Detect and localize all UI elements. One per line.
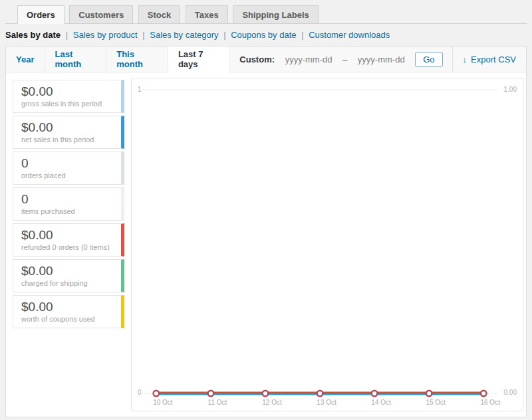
export-csv-label: Export CSV [471,54,516,64]
legend-amount: 0 [21,156,113,171]
tab-customers[interactable]: Customers [69,5,133,23]
tab-taxes[interactable]: Taxes [186,5,228,23]
sales-chart: 1 1.00 0 0.00 10 Oct 11 Oct 12 Oct 13 Oc… [131,78,523,411]
x-tick: 16 Oct [480,399,499,406]
x-tick: 15 Oct [426,399,445,406]
date-to-input[interactable] [352,54,410,64]
subnav-sales-by-category[interactable]: Sales by category [150,30,218,40]
subnav-separator: | [66,30,68,40]
subnav-sales-by-product[interactable]: Sales by product [73,30,138,40]
subnav-separator: | [223,30,225,40]
tab-orders[interactable]: Orders [17,5,65,24]
data-point [263,391,269,397]
data-point [426,391,432,397]
report-subnav: Sales by date | Sales by product | Sales… [5,30,527,40]
report-content: $0.00 gross sales in this period $0.00 n… [6,72,526,417]
custom-range-label: Custom: [239,54,275,64]
legend-amount: $0.00 [21,299,113,314]
data-point [481,391,487,397]
legend-amount: $0.00 [21,120,113,135]
legend-item-coupons[interactable]: $0.00 worth of coupons used [13,295,124,328]
tab-shipping-labels[interactable]: Shipping Labels [233,5,318,23]
legend-item-items-purchased[interactable]: 0 items purchased [13,187,124,221]
date-range-bar: Year Last month This month Last 7 days C… [6,47,526,72]
data-point [317,391,323,397]
legend-item-orders-placed[interactable]: 0 orders placed [13,152,124,185]
legend-item-gross-sales[interactable]: $0.00 gross sales in this period [13,80,124,113]
subnav-customer-downloads[interactable]: Customer downloads [309,30,390,40]
subnav-sales-by-date[interactable]: Sales by date [5,30,61,40]
legend-label: items purchased [21,207,113,216]
reports-page: Orders Customers Stock Taxes Shipping La… [0,0,532,417]
tab-stock[interactable]: Stock [138,5,180,23]
legend-label: worth of coupons used [21,314,113,324]
subnav-separator: | [142,30,144,40]
subnav-coupons-by-date[interactable]: Coupons by date [231,30,296,40]
legend-label: charged for shipping [21,278,113,288]
y-axis-right-min: 0.00 [504,389,517,396]
date-range-dash: – [342,54,347,64]
go-button[interactable]: Go [415,52,442,67]
x-tick: 13 Oct [317,399,336,406]
legend-amount: 0 [21,191,113,207]
download-icon: ↓ [463,54,467,64]
range-last-7-days[interactable]: Last 7 days [168,47,230,72]
x-tick: 12 Oct [262,399,281,406]
legend-amount: $0.00 [21,263,113,278]
report-tabs: Orders Customers Stock Taxes Shipping La… [5,5,527,24]
report-panel: Year Last month This month Last 7 days C… [5,46,527,417]
legend-item-refunded[interactable]: $0.00 refunded 0 orders (0 items) [13,223,124,257]
legend-item-net-sales[interactable]: $0.00 net sales in this period [13,116,124,149]
legend-label: net sales in this period [21,135,113,144]
legend-amount: $0.00 [21,84,113,99]
legend-label: orders placed [21,171,113,180]
legend-item-shipping[interactable]: $0.00 charged for shipping [13,259,124,292]
y-axis-left-max: 1 [138,86,142,93]
chart-legend: $0.00 gross sales in this period $0.00 n… [13,80,124,411]
legend-amount: $0.00 [21,227,113,243]
x-tick: 14 Oct [371,399,390,406]
range-year[interactable]: Year [6,47,45,72]
x-tick: 10 Oct [153,399,172,406]
data-point [154,391,160,397]
chart-canvas [132,78,523,411]
subnav-separator: | [301,30,303,40]
date-from-input[interactable] [280,54,337,64]
y-axis-right-max: 1.00 [504,86,517,93]
data-point [372,391,378,397]
custom-range-form: Custom: – Go [230,47,452,72]
range-this-month[interactable]: This month [106,47,168,72]
x-tick: 11 Oct [208,399,227,406]
y-axis-left-min: 0 [138,389,142,396]
range-last-month[interactable]: Last month [45,47,106,72]
data-point [208,391,214,397]
legend-label: gross sales in this period [21,99,113,108]
legend-label: refunded 0 orders (0 items) [21,243,113,252]
export-csv-link[interactable]: ↓Export CSV [463,54,516,64]
export-csv-cell: ↓Export CSV [452,47,526,72]
